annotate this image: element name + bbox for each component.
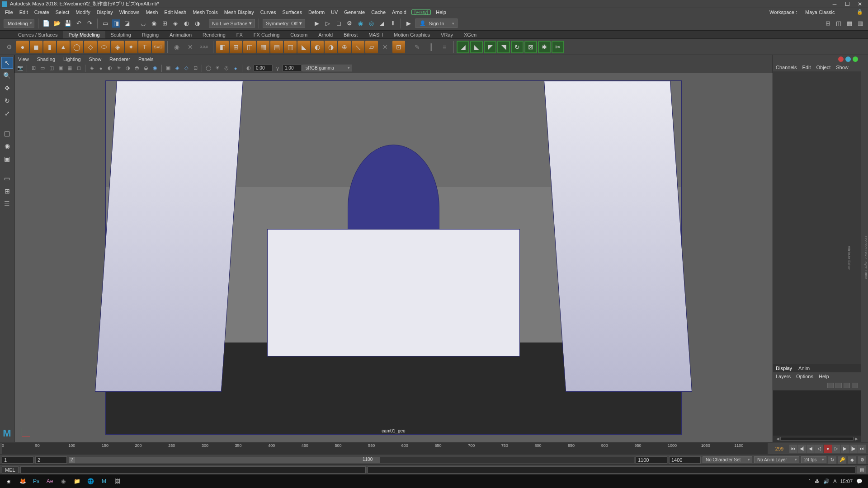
fill-hole-icon[interactable]: ▥: [284, 41, 297, 53]
command-input[interactable]: [20, 466, 366, 474]
colorspace-dropdown[interactable]: sRGB gamma: [302, 65, 352, 71]
shadows-icon[interactable]: ◑: [124, 64, 132, 72]
shelf-tab-motion-graphics[interactable]: Motion Graphics: [388, 31, 435, 38]
menu-windows[interactable]: Windows: [116, 9, 143, 15]
ao-icon[interactable]: ◓: [133, 64, 141, 72]
menu-deform[interactable]: Deform: [305, 9, 328, 15]
3d-viewport[interactable]: cam01_geo: [14, 73, 773, 442]
bevel-icon[interactable]: ◣: [297, 41, 310, 53]
extrude-icon[interactable]: ◫: [243, 41, 256, 53]
menu-curves[interactable]: Curves: [257, 9, 279, 15]
menu-generate[interactable]: Generate: [341, 9, 368, 15]
shelf-tab-animation[interactable]: Animation: [164, 31, 197, 38]
menu-file[interactable]: File: [2, 9, 16, 15]
field-chart-icon[interactable]: ▦: [66, 64, 74, 72]
poly-superellipse-icon[interactable]: ✦: [125, 41, 137, 53]
symmetry-dropdown[interactable]: Symmetry: Off▾: [263, 19, 305, 28]
maximize-button[interactable]: ☐: [841, 1, 854, 7]
snap-live-icon[interactable]: ◐: [182, 19, 190, 28]
xray-icon[interactable]: ▦: [845, 19, 854, 28]
edge-flow-icon[interactable]: ⊡: [392, 41, 405, 53]
shelf-tab-rigging[interactable]: Rigging: [137, 31, 164, 38]
record-button[interactable]: ●: [824, 445, 832, 453]
new-scene-icon[interactable]: 📄: [42, 19, 50, 28]
set-key-icon[interactable]: ◆: [848, 456, 856, 464]
channel-scrollbar[interactable]: ◀▶: [773, 436, 861, 442]
textured-icon[interactable]: ◐: [106, 64, 114, 72]
wireframe-icon[interactable]: ◈: [88, 64, 96, 72]
menu-vray[interactable]: [V-Ray]: [411, 9, 431, 15]
cb-menu-channels[interactable]: Channels: [776, 65, 797, 70]
panel-menu-shading[interactable]: Shading: [37, 56, 55, 62]
hypershade-icon[interactable]: ◢: [378, 19, 386, 28]
panel-menu-view[interactable]: View: [18, 56, 29, 62]
last-tool[interactable]: ◫: [1, 127, 13, 139]
tray-notifications-icon[interactable]: 💬: [856, 479, 863, 484]
time-ruler[interactable]: 0501001502002503003504004505005506006507…: [2, 443, 768, 454]
fps-dropdown[interactable]: 24 fps: [801, 456, 826, 463]
cb-menu-show[interactable]: Show: [836, 65, 849, 70]
snap-grid-icon[interactable]: ⊞: [160, 19, 169, 28]
workspace-dropdown[interactable]: Maya Classic: [802, 9, 852, 15]
menu-select[interactable]: Select: [52, 9, 73, 15]
menu-cache[interactable]: Cache: [368, 9, 389, 15]
flat-light-icon[interactable]: ◎: [222, 64, 231, 72]
menu-mesh[interactable]: Mesh: [142, 9, 161, 15]
panel-menu-lighting[interactable]: Lighting: [63, 56, 81, 62]
render-setup-icon[interactable]: ◉: [356, 19, 364, 28]
poly-disc-icon[interactable]: ⬭: [98, 41, 110, 53]
anti-alias-icon[interactable]: ◉: [151, 64, 159, 72]
task-maya-icon[interactable]: M: [99, 476, 109, 486]
play-button[interactable]: ▷: [832, 445, 840, 453]
shelf-tab-arnold[interactable]: Arnold: [313, 31, 338, 38]
task-chrome-icon[interactable]: 🌐: [85, 476, 96, 486]
cb-menu-edit[interactable]: Edit: [802, 65, 811, 70]
exposure-field[interactable]: [254, 65, 273, 71]
tab-anim[interactable]: Anim: [798, 366, 810, 371]
redo-icon[interactable]: ↷: [85, 19, 94, 28]
cleanup-icon[interactable]: ⊠: [524, 41, 537, 53]
task-image-viewer-icon[interactable]: 🖼: [112, 476, 123, 486]
safe-action-icon[interactable]: ◻: [75, 64, 83, 72]
menu-mesh-display[interactable]: Mesh Display: [221, 9, 257, 15]
light-editor-icon[interactable]: ◎: [367, 19, 375, 28]
poly-svg-icon[interactable]: SVG: [152, 41, 165, 53]
collapse-icon[interactable]: ✂: [552, 41, 564, 53]
render-view-icon[interactable]: ◻: [335, 19, 343, 28]
menu-help[interactable]: Help: [433, 9, 449, 15]
gamma-field[interactable]: [283, 65, 302, 71]
character-set-dropdown[interactable]: No Character Set: [703, 456, 752, 463]
lasso-tool[interactable]: 🔍: [1, 70, 13, 81]
modeling-toolkit-icon[interactable]: ⊞: [824, 19, 832, 28]
default-light-icon[interactable]: ◯: [204, 64, 212, 72]
crease-icon[interactable]: ◢: [457, 41, 469, 53]
triangulate-icon[interactable]: ◺: [352, 41, 364, 53]
go-to-start-button[interactable]: ⏮: [789, 445, 797, 453]
isolate-select-icon[interactable]: ▣: [164, 64, 172, 72]
attribute-editor-tab[interactable]: Attribute Editor: [847, 246, 851, 270]
go-to-end-button[interactable]: ⏭: [858, 445, 866, 453]
menu-arnold[interactable]: Arnold: [389, 9, 410, 15]
script-editor-button[interactable]: ▤: [857, 466, 866, 474]
select-mode-icon[interactable]: ◪: [123, 19, 131, 28]
outliner-icon[interactable]: ☰: [1, 198, 13, 210]
merge-icon[interactable]: ✱: [538, 41, 551, 53]
panel-menu-show[interactable]: Show: [89, 56, 102, 62]
smooth-icon[interactable]: ◐: [311, 41, 324, 53]
menu-create[interactable]: Create: [31, 9, 52, 15]
reflection-icon[interactable]: ✕: [184, 41, 197, 53]
script-language-button[interactable]: MEL: [2, 466, 19, 474]
live-surface-dropdown[interactable]: No Live Surface▾: [209, 19, 255, 28]
layer-menu-options[interactable]: Options: [796, 374, 813, 379]
tray-clock[interactable]: 15:07: [840, 479, 853, 484]
exposure-icon[interactable]: ◐: [245, 64, 253, 72]
shelf-tab-vray[interactable]: VRay: [435, 31, 458, 38]
layer-menu-layers[interactable]: Layers: [776, 374, 791, 379]
tray-ime-icon[interactable]: A: [833, 479, 836, 484]
shelf-tab-rendering[interactable]: Rendering: [197, 31, 231, 38]
select-mode-icon[interactable]: ▭: [101, 19, 109, 28]
retopo-icon[interactable]: ◥: [497, 41, 510, 53]
xray-icon[interactable]: ◈: [173, 64, 181, 72]
move-tool[interactable]: ✥: [1, 82, 13, 94]
expand-icon[interactable]: ▶: [405, 19, 413, 28]
